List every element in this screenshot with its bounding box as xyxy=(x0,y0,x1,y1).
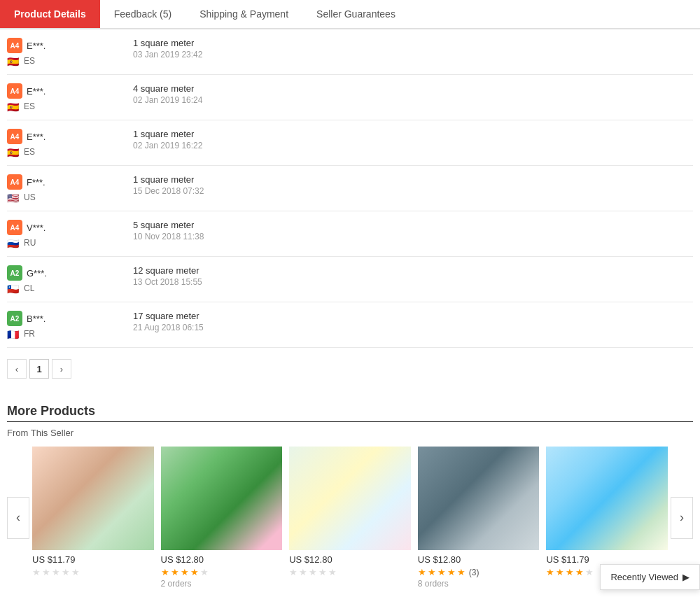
star-empty: ★ xyxy=(52,567,60,577)
reviewer-name-row: A4 E***. xyxy=(7,129,119,144)
star-filled: ★ xyxy=(447,567,456,577)
review-date: 02 Jan 2019 16:22 xyxy=(133,141,693,150)
product-image xyxy=(546,447,668,550)
pagination-prev[interactable]: ‹ xyxy=(7,359,27,379)
star-filled: ★ xyxy=(428,567,436,577)
pagination-next[interactable]: › xyxy=(52,359,71,379)
star-filled: ★ xyxy=(418,567,426,577)
recently-viewed-icon: ▶ xyxy=(682,572,690,582)
review-details: 17 square meter 21 Aug 2018 06:15 xyxy=(119,311,693,332)
orders-count: 8 orders xyxy=(418,579,540,589)
star-half: ★ xyxy=(457,567,465,577)
reviewer-name: E***. xyxy=(27,132,46,142)
review-count: (3) xyxy=(469,568,479,577)
country-row: 🇫🇷 FR xyxy=(7,329,119,339)
tab-shipping-payment[interactable]: Shipping & Payment xyxy=(186,0,302,28)
reviewer-name: F***. xyxy=(27,177,46,188)
reviewer-name-row: A4 E***. xyxy=(7,38,119,53)
star-empty: ★ xyxy=(318,567,327,577)
product-price: US $12.80 xyxy=(289,554,411,565)
country-row: 🇪🇸 ES xyxy=(7,56,119,66)
product-stars: ★★★★★ xyxy=(32,567,154,577)
star-empty: ★ xyxy=(585,567,594,577)
tab-seller-guarantees[interactable]: Seller Guarantees xyxy=(302,0,410,28)
review-product: 4 square meter xyxy=(133,83,693,94)
star-empty: ★ xyxy=(32,567,41,577)
product-card-1[interactable]: US $12.80 ★★★★★ 2 orders xyxy=(161,447,283,589)
star-empty: ★ xyxy=(71,567,80,577)
product-card-3[interactable]: US $12.80 ★★★★★(3) 8 orders xyxy=(418,447,540,589)
review-date: 03 Jan 2019 23:42 xyxy=(133,50,693,59)
review-row-5: A2 G***. 🇨🇱 CL 12 square meter 13 Oct 20… xyxy=(7,257,693,302)
avatar-badge: A4 xyxy=(7,220,22,235)
from-seller-label: From This Seller xyxy=(7,428,693,438)
recently-viewed-button[interactable]: Recently Viewed ▶ xyxy=(600,564,700,590)
review-row-6: A2 B***. 🇫🇷 FR 17 square meter 21 Aug 20… xyxy=(7,302,693,348)
product-card-0[interactable]: US $11.79 ★★★★★ xyxy=(32,447,154,589)
reviewer-name-row: A4 E***. xyxy=(7,83,119,99)
reviewer-name: V***. xyxy=(27,223,46,233)
product-price: US $11.79 xyxy=(546,554,668,565)
product-price: US $12.80 xyxy=(161,554,283,565)
tab-product-details[interactable]: Product Details xyxy=(0,0,100,28)
reviewer-name: G***. xyxy=(27,268,47,279)
star-empty: ★ xyxy=(42,567,50,577)
product-image xyxy=(289,447,411,550)
review-details: 1 square meter 15 Dec 2018 07:32 xyxy=(119,174,693,196)
reviewer-name-row: A2 G***. xyxy=(7,265,119,281)
carousel-prev-button[interactable]: ‹ xyxy=(7,497,29,539)
avatar-badge: A4 xyxy=(7,83,22,99)
reviewer-info: A4 F***. 🇺🇸 US xyxy=(7,174,119,202)
reviewer-name-row: A4 F***. xyxy=(7,174,119,190)
star-filled: ★ xyxy=(575,567,584,577)
reviewer-name: E***. xyxy=(27,41,46,51)
product-stars: ★★★★★ xyxy=(289,567,411,577)
review-details: 4 square meter 02 Jan 2019 16:24 xyxy=(119,83,693,105)
review-product: 1 square meter xyxy=(133,38,693,48)
review-product: 1 square meter xyxy=(133,129,693,139)
review-details: 1 square meter 02 Jan 2019 16:22 xyxy=(119,129,693,150)
star-empty: ★ xyxy=(309,567,317,577)
pagination-page-1[interactable]: 1 xyxy=(29,359,49,379)
product-image xyxy=(161,447,283,550)
country-code: CL xyxy=(24,283,34,293)
reviewer-info: A4 V***. 🇷🇺 RU xyxy=(7,220,119,248)
country-flag: 🇺🇸 xyxy=(7,192,21,202)
pagination: ‹ 1 › xyxy=(0,348,700,390)
review-date: 10 Nov 2018 11:38 xyxy=(133,232,693,241)
country-row: 🇷🇺 RU xyxy=(7,238,119,248)
country-flag: 🇪🇸 xyxy=(7,147,21,157)
tabs-bar: Product DetailsFeedback (5)Shipping & Pa… xyxy=(0,0,700,29)
star-empty: ★ xyxy=(62,567,70,577)
reviewer-info: A4 E***. 🇪🇸 ES xyxy=(7,83,119,111)
country-row: 🇺🇸 US xyxy=(7,192,119,202)
product-stars: ★★★★★(3) xyxy=(418,567,540,577)
tab-feedback[interactable]: Feedback (5) xyxy=(100,0,186,28)
review-date: 02 Jan 2019 16:24 xyxy=(133,95,693,105)
reviewer-info: A4 E***. 🇪🇸 ES xyxy=(7,129,119,157)
country-flag: 🇪🇸 xyxy=(7,56,21,66)
star-empty: ★ xyxy=(328,567,337,577)
review-row-3: A4 F***. 🇺🇸 US 1 square meter 15 Dec 201… xyxy=(7,166,693,211)
star-empty: ★ xyxy=(289,567,298,577)
product-price: US $12.80 xyxy=(418,554,540,565)
avatar-badge: A2 xyxy=(7,311,22,326)
carousel-next-button[interactable]: › xyxy=(671,497,693,539)
more-products-section: More Products From This Seller ‹ US $11.… xyxy=(0,390,700,596)
product-image xyxy=(32,447,154,550)
star-filled: ★ xyxy=(546,567,554,577)
country-flag: 🇪🇸 xyxy=(7,101,21,111)
reviewer-name: B***. xyxy=(27,314,46,324)
reviewer-info: A2 B***. 🇫🇷 FR xyxy=(7,311,119,339)
country-code: ES xyxy=(24,56,35,66)
star-filled: ★ xyxy=(438,567,446,577)
orders-count: 2 orders xyxy=(161,579,283,589)
review-row-4: A4 V***. 🇷🇺 RU 5 square meter 10 Nov 201… xyxy=(7,211,693,257)
reviews-list: A4 E***. 🇪🇸 ES 1 square meter 03 Jan 201… xyxy=(0,29,700,348)
reviewer-info: A4 E***. 🇪🇸 ES xyxy=(7,38,119,66)
products-carousel: ‹ US $11.79 ★★★★★ US $12.80 ★★★★★ 2 orde… xyxy=(7,447,693,589)
star-filled: ★ xyxy=(171,567,179,577)
country-code: ES xyxy=(24,147,35,157)
product-card-2[interactable]: US $12.80 ★★★★★ xyxy=(289,447,411,589)
review-product: 5 square meter xyxy=(133,220,693,230)
